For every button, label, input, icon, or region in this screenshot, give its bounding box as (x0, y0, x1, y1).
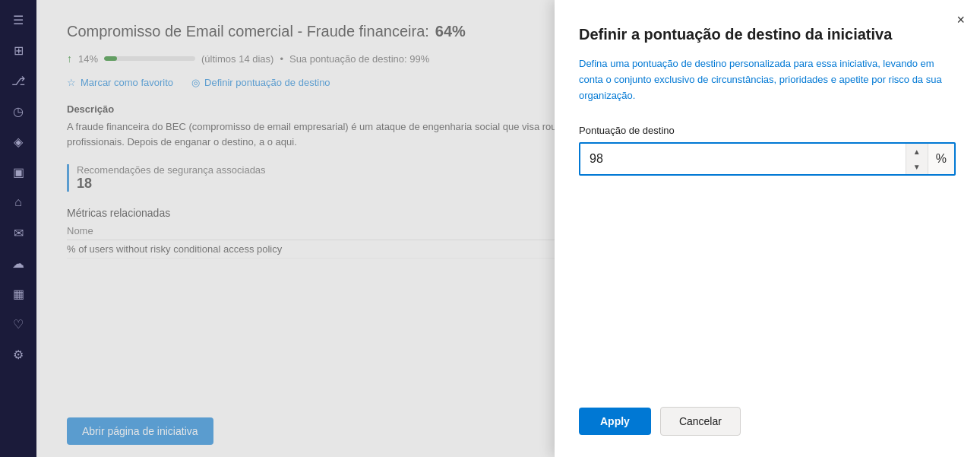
score-input-row: ▲ ▼ % (579, 142, 956, 176)
modal-footer: Apply Cancelar (579, 407, 956, 436)
spinners: ▲ ▼ (906, 144, 928, 174)
field-label: Pontuação de destino (579, 125, 956, 136)
main-content: Compromisso de Email comercial - Fraude … (36, 0, 980, 457)
cloud-icon[interactable]: ☁ (5, 249, 32, 277)
clock-icon[interactable]: ◷ (5, 97, 32, 125)
modal-panel: × Definir a pontuação de destino da inic… (555, 0, 980, 457)
menu-icon[interactable]: ☰ (5, 6, 32, 33)
chart-icon[interactable]: ▦ (5, 280, 32, 307)
share-icon[interactable]: ⎇ (5, 67, 32, 94)
close-button[interactable]: × (956, 12, 965, 28)
sidebar: ☰ ⊞ ⎇ ◷ ◈ ▣ ⌂ ✉ ☁ ▦ ♡ ⚙ (0, 0, 36, 457)
mail-icon[interactable]: ✉ (5, 219, 32, 246)
spin-up-button[interactable]: ▲ (906, 144, 928, 159)
percent-symbol: % (928, 144, 954, 174)
modal-description: Defina uma pontuação de destino personal… (579, 56, 956, 103)
shield-icon[interactable]: ◈ (5, 128, 32, 155)
apply-button[interactable]: Apply (579, 408, 651, 435)
settings-icon[interactable]: ⚙ (5, 341, 32, 368)
home-icon[interactable]: ⊞ (5, 36, 32, 64)
cancel-button[interactable]: Cancelar (660, 407, 741, 436)
modal-spacer (579, 176, 956, 407)
heart-icon[interactable]: ♡ (5, 310, 32, 338)
modal-title: Definir a pontuação de destino da inicia… (579, 24, 956, 44)
score-input[interactable] (580, 144, 906, 173)
spin-down-button[interactable]: ▼ (906, 159, 928, 174)
box-icon[interactable]: ▣ (5, 158, 32, 186)
person-icon[interactable]: ⌂ (5, 189, 32, 216)
